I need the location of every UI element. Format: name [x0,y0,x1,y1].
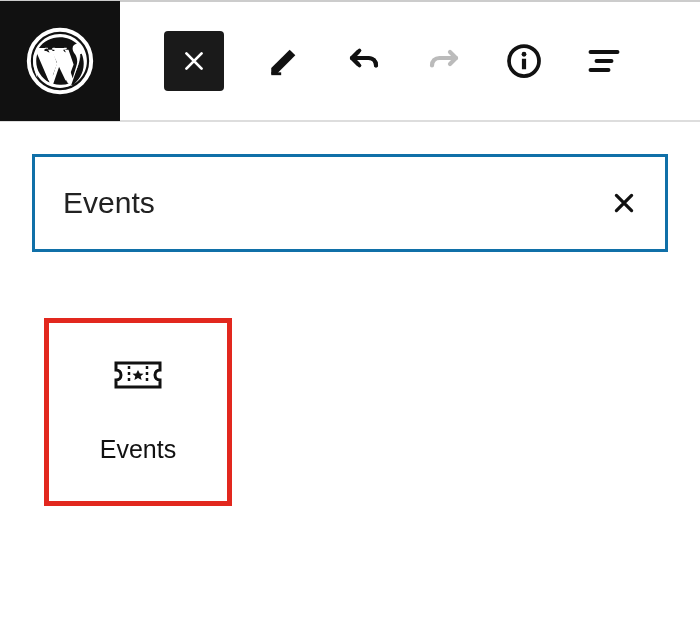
block-search-box[interactable] [32,154,668,252]
svg-rect-4 [522,59,526,70]
info-icon [506,43,542,79]
clear-search-button[interactable] [611,190,637,216]
wordpress-icon [26,27,94,95]
block-option-label: Events [100,435,176,464]
wordpress-logo-button[interactable] [0,1,120,121]
close-icon [181,48,207,74]
undo-icon [346,43,382,79]
pencil-icon [267,44,301,78]
ticket-icon [114,361,162,389]
info-button[interactable] [504,41,544,81]
undo-button[interactable] [344,41,384,81]
editor-toolbar [0,2,700,122]
svg-rect-1 [271,72,281,75]
block-search-input[interactable] [63,186,611,220]
outline-icon [586,43,622,79]
redo-icon [426,43,462,79]
svg-point-3 [522,52,527,57]
edit-mode-button[interactable] [264,41,304,81]
block-results: Events [0,252,700,506]
close-icon [611,190,637,216]
close-inserter-button[interactable] [164,31,224,91]
block-option-events[interactable]: Events [44,318,232,506]
list-view-button[interactable] [584,41,624,81]
redo-button[interactable] [424,41,464,81]
